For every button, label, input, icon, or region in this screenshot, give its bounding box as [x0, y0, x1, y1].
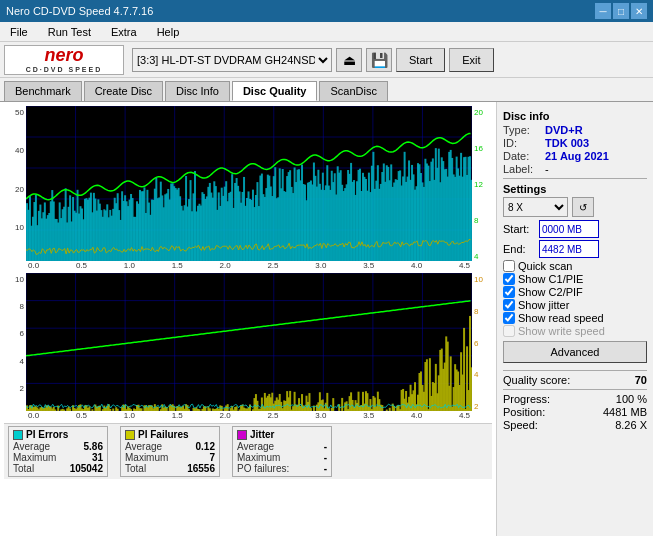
quality-score-row: Quality score: 70 [503, 374, 647, 386]
start-mb-row: Start: [503, 220, 647, 238]
top-chart [26, 106, 472, 261]
show-write-speed-row: Show write speed [503, 325, 647, 337]
end-mb-row: End: [503, 240, 647, 258]
show-read-speed-row: Show read speed [503, 312, 647, 324]
show-c1pie-checkbox[interactable] [503, 273, 515, 285]
menu-file[interactable]: File [4, 24, 34, 40]
window-controls: ─ □ ✕ [595, 3, 647, 19]
maximize-button[interactable]: □ [613, 3, 629, 19]
pi-errors-title: PI Errors [26, 429, 68, 440]
y-bot-10: 10 [15, 275, 24, 284]
chart-area: 50 40 20 10 0.0 0.5 1.0 1.5 2.0 2.5 3.0 … [0, 102, 497, 536]
jitter-group: Jitter Average - Maximum - PO failures: … [232, 426, 332, 477]
y-top-10: 10 [15, 223, 24, 232]
end-input[interactable] [539, 240, 599, 258]
y-right-16: 16 [474, 144, 483, 153]
main-content: 50 40 20 10 0.0 0.5 1.0 1.5 2.0 2.5 3.0 … [0, 102, 653, 536]
y-bot-6: 6 [20, 329, 24, 338]
minimize-button[interactable]: ─ [595, 3, 611, 19]
drive-select[interactable]: [3:3] HL-DT-ST DVDRAM GH24NSD0 LH00 [132, 48, 332, 72]
pi-failures-group: PI Failures Average 0.12 Maximum 7 Total… [120, 426, 220, 477]
tab-scandisc[interactable]: ScanDisc [319, 81, 387, 101]
advanced-button[interactable]: Advanced [503, 341, 647, 363]
y-right-8: 8 [474, 216, 478, 225]
close-button[interactable]: ✕ [631, 3, 647, 19]
show-c1-row: Show C1/PIE [503, 273, 647, 285]
y-bot-right-6: 6 [474, 339, 478, 348]
speed-row: Speed: 8.26 X [503, 419, 647, 431]
position-row: Position: 4481 MB [503, 406, 647, 418]
show-read-speed-checkbox[interactable] [503, 312, 515, 324]
y-right-12: 12 [474, 180, 483, 189]
tab-create-disc[interactable]: Create Disc [84, 81, 163, 101]
start-input[interactable] [539, 220, 599, 238]
speed-settings-row: 8 X 4 X 12 X 16 X ↺ [503, 197, 647, 217]
y-bot-8: 8 [20, 302, 24, 311]
show-c2pif-checkbox[interactable] [503, 286, 515, 298]
tab-disc-info[interactable]: Disc Info [165, 81, 230, 101]
y-bot-right-8: 8 [474, 307, 478, 316]
eject-button[interactable]: ⏏ [336, 48, 362, 72]
pi-errors-group: PI Errors Average 5.86 Maximum 31 Total … [8, 426, 108, 477]
side-panel: Disc info Type: DVD+R ID: TDK 003 Date: … [497, 102, 653, 536]
show-jitter-checkbox[interactable] [503, 299, 515, 311]
pi-errors-color [13, 430, 23, 440]
jitter-title: Jitter [250, 429, 274, 440]
toolbar: nero CD·DVD SPEED [3:3] HL-DT-ST DVDRAM … [0, 42, 653, 78]
disc-type-row: Type: DVD+R [503, 124, 647, 136]
save-button[interactable]: 💾 [366, 48, 392, 72]
exit-button[interactable]: Exit [449, 48, 493, 72]
pi-failures-color [125, 430, 135, 440]
disc-label-row: Label: - [503, 163, 647, 175]
menubar: File Run Test Extra Help [0, 22, 653, 42]
speed-select[interactable]: 8 X 4 X 12 X 16 X [503, 197, 568, 217]
y-top-50: 50 [15, 108, 24, 117]
y-right-20: 20 [474, 108, 483, 117]
progress-row: Progress: 100 % [503, 393, 647, 405]
y-bot-right-4: 4 [474, 370, 478, 379]
start-button[interactable]: Start [396, 48, 445, 72]
tab-benchmark[interactable]: Benchmark [4, 81, 82, 101]
refresh-button[interactable]: ↺ [572, 197, 594, 217]
tab-bar: Benchmark Create Disc Disc Info Disc Qua… [0, 78, 653, 102]
y-right-4: 4 [474, 252, 478, 261]
show-jitter-row: Show jitter [503, 299, 647, 311]
menu-run-test[interactable]: Run Test [42, 24, 97, 40]
y-bot-right-2: 2 [474, 402, 478, 411]
settings-title: Settings [503, 183, 647, 195]
y-bot-2: 2 [20, 384, 24, 393]
titlebar: Nero CD-DVD Speed 4.7.7.16 ─ □ ✕ [0, 0, 653, 22]
disc-id-row: ID: TDK 003 [503, 137, 647, 149]
tab-disc-quality[interactable]: Disc Quality [232, 81, 318, 101]
y-top-40: 40 [15, 146, 24, 155]
titlebar-title: Nero CD-DVD Speed 4.7.7.16 [6, 5, 153, 17]
disc-info-title: Disc info [503, 110, 647, 122]
jitter-color [237, 430, 247, 440]
pi-failures-title: PI Failures [138, 429, 189, 440]
quick-scan-row: Quick scan [503, 260, 647, 272]
y-bot-right-10: 10 [474, 275, 483, 284]
y-bot-4: 4 [20, 357, 24, 366]
app-logo: nero CD·DVD SPEED [4, 45, 124, 75]
stats-bar: PI Errors Average 5.86 Maximum 31 Total … [4, 423, 492, 479]
menu-extra[interactable]: Extra [105, 24, 143, 40]
menu-help[interactable]: Help [151, 24, 186, 40]
disc-date-row: Date: 21 Aug 2021 [503, 150, 647, 162]
show-write-speed-checkbox[interactable] [503, 325, 515, 337]
quick-scan-checkbox[interactable] [503, 260, 515, 272]
y-top-20: 20 [15, 185, 24, 194]
bottom-chart [26, 273, 472, 411]
show-c2-row: Show C2/PIF [503, 286, 647, 298]
